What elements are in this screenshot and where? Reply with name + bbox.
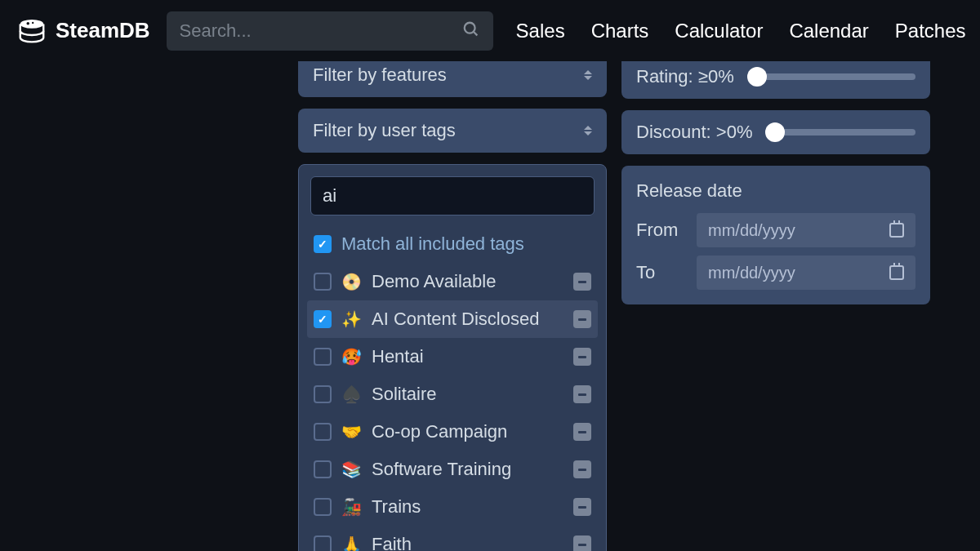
discount-label: Discount: >0% (636, 122, 752, 143)
date-to-input[interactable]: mm/dd/yyyy (697, 256, 915, 290)
svg-point-0 (20, 20, 44, 29)
tag-item[interactable]: ✨AI Content Disclosed (307, 300, 598, 338)
calendar-icon (889, 223, 904, 238)
tag-label: Software Training (372, 459, 564, 480)
rating-slider-thumb[interactable] (747, 67, 767, 87)
tags-panel: Match all included tags 📀Demo Available✨… (298, 164, 607, 551)
tag-emoji-icon: 📚 (341, 460, 362, 479)
nav-patches[interactable]: Patches (895, 20, 966, 42)
tag-exclude-button[interactable] (573, 385, 591, 403)
tag-exclude-button[interactable] (573, 348, 591, 366)
search-bar (167, 11, 493, 51)
tag-item[interactable]: 📀Demo Available (307, 263, 598, 300)
tag-emoji-icon: 📀 (341, 272, 362, 291)
svg-point-1 (26, 22, 29, 25)
tag-emoji-icon: 🥵 (341, 347, 362, 367)
tag-exclude-button[interactable] (573, 273, 591, 291)
tag-emoji-icon: 🤝 (341, 422, 362, 442)
search-icon[interactable] (462, 20, 480, 42)
tag-label: AI Content Disclosed (372, 309, 564, 330)
nav-calendar[interactable]: Calendar (789, 20, 868, 42)
tag-label: Faith (372, 534, 564, 551)
date-from-placeholder: mm/dd/yyyy (708, 221, 795, 240)
date-from-row: From mm/dd/yyyy (636, 213, 915, 247)
tag-checkbox[interactable] (314, 423, 332, 441)
match-all-checkbox[interactable] (314, 235, 332, 253)
svg-point-2 (32, 21, 33, 23)
left-column: Filter by features Filter by user tags M… (298, 61, 607, 551)
tag-label: Solitaire (372, 384, 564, 405)
steamdb-logo-icon (16, 16, 47, 47)
nav-links: Sales Charts Calculator Calendar Patches (516, 20, 966, 42)
filter-tags-dropdown[interactable]: Filter by user tags (298, 109, 607, 153)
date-from-label: From (636, 220, 685, 241)
release-date-panel: Release date From mm/dd/yyyy To mm/dd/yy… (621, 166, 930, 304)
tag-emoji-icon: 🙏 (341, 535, 362, 551)
date-to-row: To mm/dd/yyyy (636, 256, 915, 290)
tag-emoji-icon: ✨ (341, 309, 362, 329)
search-input[interactable] (167, 11, 493, 51)
content: Filter by features Filter by user tags M… (0, 61, 980, 551)
tag-item[interactable]: 🙏Faith (307, 526, 598, 551)
logo[interactable]: SteamDB (16, 16, 150, 47)
dropdown-arrows-icon (584, 70, 592, 80)
discount-slider[interactable] (768, 129, 915, 136)
header: SteamDB Sales Charts Calculator Calendar… (0, 0, 980, 61)
tag-exclude-button[interactable] (573, 310, 591, 328)
date-from-input[interactable]: mm/dd/yyyy (697, 213, 915, 247)
tag-checkbox[interactable] (314, 273, 332, 291)
tag-search-input[interactable] (310, 176, 595, 216)
match-all-label: Match all included tags (341, 233, 591, 255)
svg-point-3 (464, 22, 474, 33)
tag-item[interactable]: 🥵Hentai (307, 338, 598, 375)
calendar-icon (889, 265, 904, 280)
release-date-title: Release date (636, 180, 915, 202)
rating-slider[interactable] (751, 73, 915, 80)
filter-features-dropdown[interactable]: Filter by features (298, 61, 607, 97)
tag-item[interactable]: 🤝Co-op Campaign (307, 413, 598, 451)
tag-checkbox[interactable] (314, 348, 332, 366)
tag-checkbox[interactable] (314, 310, 332, 328)
match-all-row[interactable]: Match all included tags (307, 225, 598, 263)
site-name: SteamDB (56, 18, 150, 43)
nav-charts[interactable]: Charts (591, 20, 649, 42)
filter-features-label: Filter by features (313, 64, 447, 86)
tag-checkbox[interactable] (314, 498, 332, 516)
right-column: Rating: ≥0% Discount: >0% Release date F… (621, 61, 930, 551)
tag-checkbox[interactable] (314, 460, 332, 478)
tag-checkbox[interactable] (314, 385, 332, 403)
nav-sales[interactable]: Sales (516, 20, 565, 42)
tag-item[interactable]: 🚂Trains (307, 488, 598, 526)
nav-calculator[interactable]: Calculator (675, 20, 763, 42)
rating-label: Rating: ≥0% (636, 66, 734, 87)
tag-label: Demo Available (372, 271, 564, 292)
tag-label: Hentai (372, 346, 564, 367)
tag-emoji-icon: ♠️ (341, 384, 362, 404)
tag-exclude-button[interactable] (573, 460, 591, 478)
tag-checkbox[interactable] (314, 535, 332, 551)
tag-exclude-button[interactable] (573, 535, 591, 551)
discount-slider-thumb[interactable] (765, 122, 785, 142)
tag-exclude-button[interactable] (573, 423, 591, 441)
tag-label: Trains (372, 496, 564, 518)
tag-exclude-button[interactable] (573, 498, 591, 516)
rating-slider-panel: Rating: ≥0% (621, 61, 930, 99)
date-to-placeholder: mm/dd/yyyy (708, 264, 795, 282)
tag-item[interactable]: 📚Software Training (307, 451, 598, 488)
tag-item[interactable]: ♠️Solitaire (307, 375, 598, 413)
discount-slider-panel: Discount: >0% (621, 110, 930, 154)
tag-emoji-icon: 🚂 (341, 497, 362, 517)
filter-tags-label: Filter by user tags (313, 120, 456, 141)
svg-line-4 (473, 31, 477, 35)
date-to-label: To (636, 262, 685, 283)
dropdown-arrows-icon (584, 126, 592, 136)
tag-label: Co-op Campaign (372, 421, 564, 442)
